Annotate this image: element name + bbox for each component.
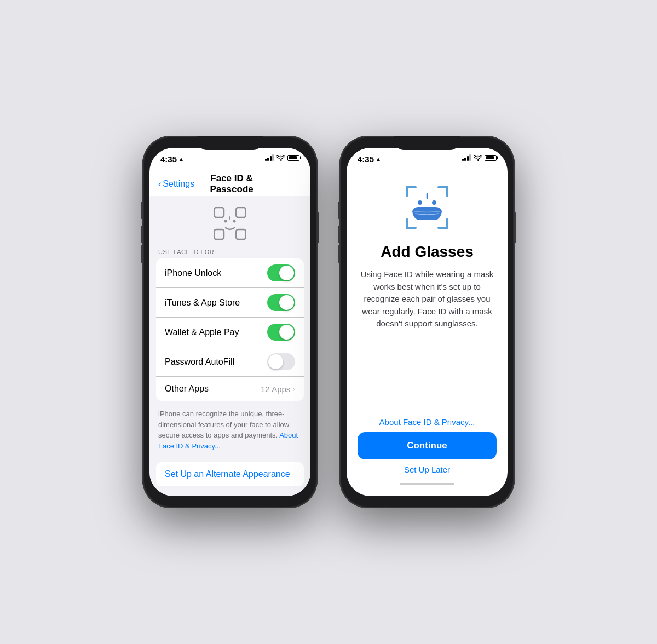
wallet-label: Wallet & Apple Pay: [165, 327, 267, 337]
password-autofill-toggle[interactable]: [267, 353, 295, 370]
bottom-actions: About Face ID & Privacy... Continue Set …: [347, 417, 508, 496]
itunes-label: iTunes & App Store: [165, 298, 267, 308]
itunes-toggle[interactable]: [267, 294, 295, 311]
signal-bars-left: [265, 154, 274, 161]
back-button-left[interactable]: ‹ Settings: [158, 179, 194, 189]
about-privacy-link-right[interactable]: About Face ID & Privacy...: [379, 417, 475, 427]
svg-rect-0: [214, 208, 224, 217]
notch: [197, 136, 263, 150]
other-apps-label: Other Apps: [165, 384, 261, 394]
toggles-list: iPhone Unlock iTunes & App Store Wallet …: [156, 258, 304, 401]
right-screen: 4:35 ▲: [347, 148, 508, 496]
continue-button[interactable]: Continue: [358, 432, 497, 459]
itunes-row[interactable]: iTunes & App Store: [156, 288, 304, 318]
svg-point-7: [418, 200, 422, 205]
alternate-appearance-label[interactable]: Set Up an Alternate Appearance: [165, 469, 290, 479]
other-apps-chevron: ›: [292, 384, 295, 393]
iphone-unlock-toggle[interactable]: [267, 264, 295, 281]
password-autofill-row[interactable]: Password AutoFill: [156, 347, 304, 377]
svg-point-4: [224, 220, 227, 223]
right-phone: 4:35 ▲: [339, 136, 515, 508]
time-left: 4:35 ▲: [160, 154, 184, 164]
left-screen: 4:35 ▲ ‹ Settings Face ID & Pass: [149, 148, 310, 496]
nav-title-left: Face ID & Passcode: [194, 173, 269, 195]
wallet-row[interactable]: Wallet & Apple Pay: [156, 318, 304, 347]
add-glasses-content: Add Glasses Using Face ID while wearing …: [347, 172, 508, 330]
iphone-unlock-row[interactable]: iPhone Unlock: [156, 258, 304, 288]
location-icon-right: ▲: [376, 156, 381, 162]
status-bar-right: 4:35 ▲: [347, 148, 508, 172]
nav-bar-left: ‹ Settings Face ID & Passcode: [149, 172, 310, 196]
battery-icon-right: [485, 155, 497, 161]
iphone-unlock-label: iPhone Unlock: [165, 268, 267, 278]
wallet-toggle[interactable]: [267, 324, 295, 341]
add-glasses-title: Add Glasses: [381, 243, 474, 261]
other-apps-row[interactable]: Other Apps 12 Apps ›: [156, 377, 304, 401]
svg-rect-1: [236, 208, 246, 217]
time-right: 4:35 ▲: [358, 154, 381, 164]
alternate-desc: In addition to continuously learning how…: [149, 491, 310, 496]
scroll-content-left[interactable]: USE FACE ID FOR: iPhone Unlock iTunes & …: [149, 196, 310, 496]
signal-bars-right: [462, 154, 471, 161]
password-autofill-label: Password AutoFill: [165, 357, 267, 367]
left-phone: 4:35 ▲ ‹ Settings Face ID & Pass: [142, 136, 318, 508]
face-id-description: iPhone can recognize the unique, three-d…: [149, 405, 310, 458]
svg-point-5: [233, 220, 236, 223]
svg-point-8: [432, 200, 436, 205]
battery-icon-left: [287, 155, 299, 161]
face-id-mask-icon: [402, 183, 452, 232]
status-bar-left: 4:35 ▲: [149, 148, 310, 172]
face-id-header: [149, 196, 310, 249]
notch-right: [394, 136, 460, 150]
svg-rect-2: [214, 229, 224, 239]
status-icons-left: [265, 154, 300, 161]
face-id-icon: [214, 207, 246, 240]
svg-rect-3: [236, 229, 246, 239]
status-icons-right: [462, 154, 497, 161]
setup-later-link[interactable]: Set Up Later: [404, 465, 450, 474]
add-glasses-description: Using Face ID while wearing a mask works…: [360, 268, 494, 330]
chevron-left-icon: ‹: [158, 179, 161, 189]
other-apps-detail: 12 Apps: [261, 384, 290, 394]
wifi-icon-left: [276, 155, 285, 161]
location-icon-left: ▲: [178, 156, 184, 162]
alternate-appearance-row[interactable]: Set Up an Alternate Appearance: [156, 462, 304, 486]
wifi-icon-right: [474, 155, 482, 161]
use-face-id-label: USE FACE ID FOR:: [149, 249, 310, 258]
